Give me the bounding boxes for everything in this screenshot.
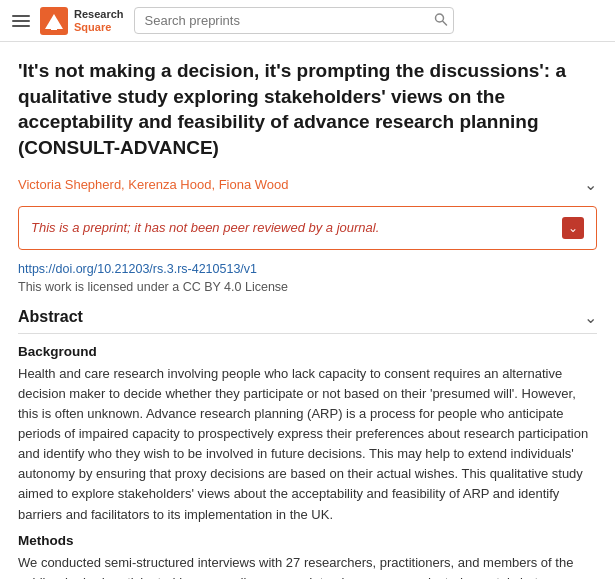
abstract-section: Abstract ⌄ Background Health and care re… (18, 308, 597, 579)
logo-line2: Square (74, 21, 124, 33)
search-input[interactable] (134, 7, 454, 34)
logo-icon (40, 7, 68, 35)
hamburger-menu[interactable] (12, 15, 30, 27)
abstract-title: Abstract (18, 308, 83, 326)
abstract-chevron[interactable]: ⌄ (584, 308, 597, 327)
logo-line1: Research (74, 8, 124, 20)
methods-body: We conducted semi-structured interviews … (18, 553, 597, 579)
authors-text: Victoria Shepherd, Kerenza Hood, Fiona W… (18, 177, 289, 192)
logo-text: Research Square (74, 8, 124, 32)
search-icon (434, 12, 448, 26)
preprint-warning-banner: This is a preprint; it has not been peer… (18, 206, 597, 250)
logo: Research Square (40, 7, 124, 35)
search-bar (134, 7, 454, 34)
abstract-section-header: Abstract ⌄ (18, 308, 597, 334)
methods-subsection: Methods We conducted semi-structured int… (18, 533, 597, 579)
background-subsection: Background Health and care research invo… (18, 344, 597, 525)
license-text: This work is licensed under a CC BY 4.0 … (18, 280, 288, 294)
authors-row: Victoria Shepherd, Kerenza Hood, Fiona W… (18, 175, 597, 194)
background-body: Health and care research involving peopl… (18, 364, 597, 525)
warning-chevron-button[interactable]: ⌄ (562, 217, 584, 239)
svg-line-4 (442, 21, 446, 25)
svg-rect-2 (51, 24, 57, 30)
article-title: 'It's not making a decision, it's prompt… (18, 58, 597, 161)
authors-chevron[interactable]: ⌄ (584, 175, 597, 194)
methods-title: Methods (18, 533, 597, 548)
preprint-warning-text: This is a preprint; it has not been peer… (31, 220, 379, 235)
doi-link[interactable]: https://doi.org/10.21203/rs.3.rs-4210513… (18, 262, 597, 276)
background-title: Background (18, 344, 597, 359)
search-button[interactable] (434, 12, 448, 29)
main-content: 'It's not making a decision, it's prompt… (0, 42, 615, 579)
doi-section: https://doi.org/10.21203/rs.3.rs-4210513… (18, 262, 597, 294)
header: Research Square (0, 0, 615, 42)
